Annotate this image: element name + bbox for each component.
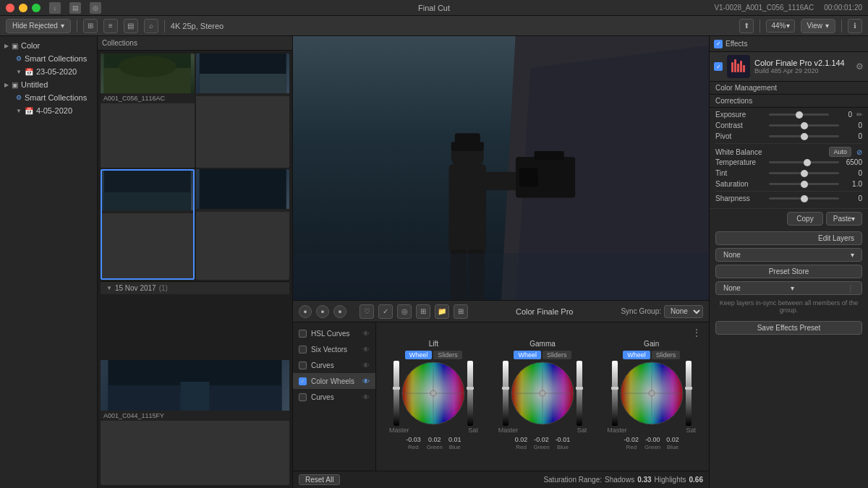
close-button[interactable] [6,4,14,12]
media-thumb-4[interactable] [196,169,290,279]
cp-close-btn[interactable]: ● [299,305,312,318]
plugin-checkbox[interactable]: ✓ [714,62,723,71]
fullscreen-button[interactable] [32,4,41,12]
color-wheels-checkbox[interactable]: ✓ [299,377,307,385]
gain-sliders-tab[interactable]: Sliders [652,351,681,359]
download-icon[interactable]: ↓ [49,2,61,14]
sidebar-item-smart-collections-2[interactable]: ⚙ Smart Collections [0,91,97,104]
curves1-checkbox[interactable] [299,361,307,369]
curves2-eye-icon[interactable]: 👁 [362,393,370,401]
badge-icon[interactable]: ◎ [90,2,101,14]
lift-right-slider[interactable] [467,361,473,426]
cp-heart-icon[interactable]: ♡ [359,304,374,319]
gamma-left-slider[interactable] [503,361,509,426]
cp-adjust-icon[interactable]: ⊞ [416,304,430,319]
color-wheels-label: Color Wheels [311,377,354,385]
gamma-sliders-tab[interactable]: Sliders [542,351,571,359]
media-thumb-5[interactable]: A001_C044_1115FY [101,360,289,485]
curves2-label: Curves [311,393,334,401]
cp-min-btn[interactable]: ● [316,305,329,318]
list-view-button[interactable]: ≡ [103,19,118,33]
none-select-1[interactable]: None▾ [715,248,862,262]
sharpness-slider[interactable] [769,197,839,200]
hsl-eye-icon[interactable]: 👁 [362,330,370,338]
filmstrip-icon[interactable]: ▤ [69,2,81,14]
save-effects-preset-button[interactable]: Save Effects Preset [715,321,862,335]
cp-folder-icon[interactable]: 📁 [435,304,449,319]
color-panel-bottom: Reset All Saturation Range: Shadows 0.33… [293,471,709,488]
grid-view-button[interactable]: ⊞ [83,19,98,33]
inspector-icon[interactable]: ℹ [848,19,862,33]
gain-left-slider[interactable] [612,361,618,426]
cp-check-icon[interactable]: ✓ [378,304,393,319]
paste-button[interactable]: Paste ▾ [826,212,862,226]
sharpness-value: 0 [842,194,862,202]
six-vectors-checkbox[interactable] [299,346,307,354]
cp-item-hsl-curves[interactable]: HSL Curves 👁 [293,325,375,341]
sidebar-item-date-2[interactable]: ▼ 📅 4-05-2020 [0,104,97,117]
filmstrip-view-button[interactable]: ▤ [124,19,138,33]
view-button[interactable]: View ▾ [801,19,836,33]
color-wheels-eye-icon[interactable]: 👁 [362,377,370,385]
six-eye-icon[interactable]: 👁 [362,346,370,354]
plugin-gear-icon[interactable]: ⚙ [856,61,864,72]
cp-max-btn[interactable]: ● [333,305,346,318]
edit-layers-button[interactable]: Edit Layers [715,231,862,245]
sidebar-item-untitled[interactable]: ▶ ▣ Untitled [0,78,97,91]
cp-color-icon[interactable]: ◎ [397,304,412,319]
triangle-icon-2: ▼ [16,69,22,75]
cp-item-color-wheels[interactable]: ✓ Color Wheels 👁 [293,373,375,389]
gain-wheel-container [612,361,692,426]
minimize-button[interactable] [19,4,27,12]
auto-button[interactable]: Auto [829,147,851,157]
exposure-pencil-icon[interactable]: ✏ [856,111,862,119]
preset-store-button[interactable]: Preset Store [715,265,862,278]
cp-item-six-vectors[interactable]: Six Vectors 👁 [293,341,375,357]
collections-label: Collections [102,39,137,47]
temperature-row: Temperature 6500 [715,158,862,166]
lift-wheel-section: Lift Wheel Sliders [380,340,487,450]
eyedropper-icon[interactable]: ⊘ [856,148,862,156]
cp-item-curves-1[interactable]: Curves 👁 [293,357,375,373]
pivot-slider[interactable] [769,135,839,137]
saturation-slider[interactable] [769,183,839,185]
gamma-wheel-tab[interactable]: Wheel [514,351,541,359]
sidebar-item-date-1[interactable]: ▼ 📅 23-05-2020 [0,65,97,78]
hide-rejected-button[interactable]: Hide Rejected ▾ [6,19,71,33]
hsl-curves-checkbox[interactable] [299,330,307,338]
copy-button[interactable]: Copy [787,212,823,226]
contrast-value: 0 [842,121,862,129]
lift-sliders-tab[interactable]: Sliders [433,351,462,359]
gain-wheel-tab[interactable]: Wheel [623,351,650,359]
gain-color-wheel[interactable] [619,361,684,426]
media-thumb-1[interactable]: A001_C056_1116AC [101,53,195,168]
effects-checkbox[interactable]: ✓ [714,40,723,48]
reset-all-button[interactable]: Reset All [299,474,340,485]
contrast-slider[interactable] [769,124,839,127]
zoom-level[interactable]: 44% ▾ [766,20,794,33]
temperature-slider[interactable] [769,161,839,163]
lift-color-wheel[interactable] [401,361,466,426]
none-select-2[interactable]: None▾ ⋮ [715,281,862,295]
lift-wheel-tab[interactable]: Wheel [405,351,433,359]
sidebar-item-color[interactable]: ▶ ▣ Color [0,39,97,52]
none2-menu-icon[interactable]: ⋮ [847,284,854,292]
media-thumb-3[interactable] [101,169,195,279]
lift-left-slider[interactable] [393,361,399,426]
search-button[interactable]: ⌕ [144,19,158,33]
gamma-color-wheel[interactable] [510,361,575,426]
sync-group-select[interactable]: None [664,305,703,318]
curves1-eye-icon[interactable]: 👁 [362,361,370,369]
cp-item-curves-2[interactable]: Curves 👁 [293,389,375,405]
curves2-checkbox[interactable] [299,393,307,401]
exposure-slider[interactable] [769,114,829,116]
gain-right-slider[interactable] [686,361,692,426]
wheels-menu-icon[interactable]: ⋮ [692,327,702,338]
share-icon[interactable]: ⬆ [739,19,754,33]
cp-grid-icon[interactable]: ⊞ [454,304,468,319]
pivot-label: Pivot [715,132,766,140]
tint-slider[interactable] [769,172,839,174]
media-thumb-2[interactable] [196,53,290,168]
gamma-right-slider[interactable] [576,361,582,426]
sidebar-item-smart-collections-1[interactable]: ⚙ Smart Collections [0,52,97,65]
